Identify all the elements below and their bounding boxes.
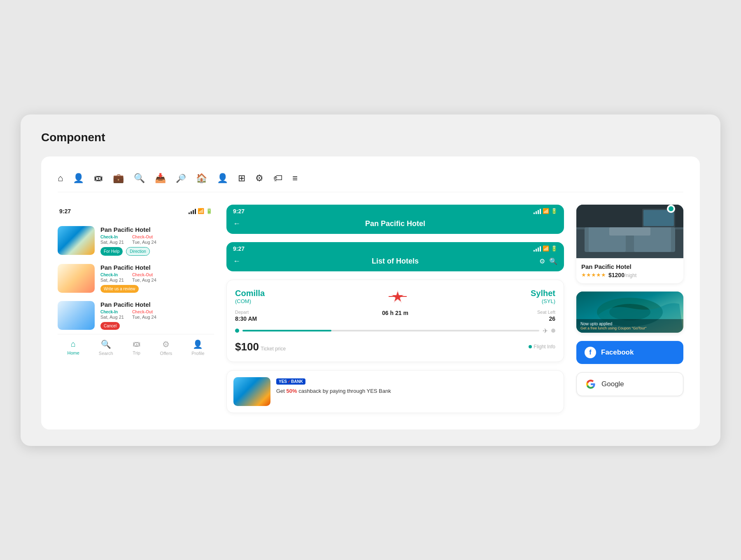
hotel-info-1: Pan Pacific Hotel Check-In Sat, Aug 21 C… (100, 226, 214, 256)
hotel-info-3: Pan Pacific Hotel Check-In Sat, Aug 21 C… (100, 301, 214, 330)
person-filled-icon[interactable]: 👤 (217, 173, 228, 184)
profile-nav-label: Profile (191, 351, 204, 356)
svg-point-14 (669, 206, 673, 211)
search-header-icon[interactable]: 🔍 (549, 257, 557, 265)
search-icon[interactable]: 🔍 (134, 173, 145, 184)
search-nav-icon: 🔍 (101, 339, 111, 349)
hotel-card-2: Pan Pacific Hotel Check-In Sat, Aug 21 C… (58, 264, 214, 293)
checkout-label-3: Check-Out (132, 310, 156, 314)
header1-back-button[interactable]: ← (233, 219, 240, 228)
status-time: 9:27 (59, 208, 71, 215)
checkout-date-2: Tue, Aug 24 (132, 278, 156, 282)
hotel-name-2: Pan Pacific Hotel (100, 264, 214, 271)
hotel-image-room (58, 301, 95, 330)
header1-signal-icon (534, 208, 541, 214)
home-nav-icon: ⌂ (71, 339, 76, 349)
briefcase-icon[interactable]: 💼 (113, 173, 124, 184)
from-city-code: (COM) (235, 298, 265, 304)
flight-info-label: Flight Info (534, 344, 555, 350)
duration-info: 06 h 21 m (343, 310, 447, 322)
hotel-actions-1: For Help Direction (100, 247, 214, 256)
house-filled-icon[interactable]: 🏠 (196, 173, 207, 184)
checkout-date-3: Tue, Aug 24 (132, 315, 156, 320)
promo-card: YES✓BANK Get 50% cashback by paying thro… (226, 370, 564, 413)
hotel-preview-info: Pan Pacific Hotel ★★★★★ $1200/night (576, 258, 683, 283)
left-column: 9:27 📶 🔋 (58, 205, 214, 359)
nav-item-profile[interactable]: 👤 Profile (191, 339, 204, 356)
main-content: 9:27 📶 🔋 (58, 205, 683, 413)
settings-circle-icon[interactable]: ⚙ (255, 173, 263, 184)
menu-icon[interactable]: ≡ (292, 173, 298, 184)
hotel-name-3: Pan Pacific Hotel (100, 301, 214, 308)
hotel-dates-3: Check-In Sat, Aug 21 Check-Out Tue, Aug … (100, 310, 214, 320)
header2-actions: ⚙ 🔍 (539, 257, 557, 265)
hotel-price: $1200/night (608, 272, 636, 278)
aerial-card: Now upto applied Get a free lunch using … (576, 292, 683, 333)
checkin-label-2: Check-In (100, 273, 124, 277)
header1-title-row: ← Pan Pacific Hotel (226, 215, 564, 234)
header1-time: 9:27 (233, 208, 245, 215)
flight-route: Comilla (COM) (235, 288, 555, 305)
nav-item-search[interactable]: 🔍 Search (99, 339, 113, 356)
grid-icon[interactable]: ⊞ (238, 173, 245, 184)
hotel-room-illustration (576, 205, 683, 258)
header2-signal-icon (534, 246, 541, 252)
ticket-price-label: Ticket price (261, 346, 286, 352)
nav-item-offers[interactable]: ⚙ Offers (160, 339, 172, 356)
hotel-image-dining (58, 264, 95, 293)
promo-text-before: Get (276, 388, 287, 394)
google-button[interactable]: Google (576, 372, 683, 396)
checkin-date-3: Sat, Aug 21 (100, 315, 124, 320)
offers-nav-label: Offers (160, 351, 172, 356)
signal-bars-icon (189, 208, 196, 214)
for-help-button[interactable]: For Help (100, 247, 123, 256)
seats-count: 26 (451, 315, 555, 322)
cancel-button[interactable]: Cancel (100, 322, 120, 330)
home-icon[interactable]: ⌂ (58, 173, 63, 184)
checkout-label-2: Check-Out (132, 273, 156, 277)
header1-battery-icon: 🔋 (551, 208, 557, 214)
checkin-3: Check-In Sat, Aug 21 (100, 310, 124, 320)
nav-item-home[interactable]: ⌂ Home (67, 339, 79, 355)
inbox-icon[interactable]: 📥 (155, 173, 166, 184)
wifi-icon: 📶 (198, 208, 204, 214)
header2-status-bar: 9:27 📶 🔋 (226, 242, 564, 253)
progress-start-dot (235, 329, 239, 333)
from-city: Comilla (COM) (235, 289, 265, 304)
plane-icon: ✈ (543, 327, 548, 335)
write-review-button[interactable]: Write us a review (100, 285, 139, 293)
airline-logo (385, 288, 410, 305)
ticket-icon[interactable]: 🎟 (94, 173, 103, 184)
header2-back-button[interactable]: ← (233, 257, 240, 266)
promo-text-after: cashback by paying through YES Bank (297, 388, 391, 394)
checkout-3: Check-Out Tue, Aug 24 (132, 310, 156, 320)
promo-text: Get 50% cashback by paying through YES B… (276, 387, 391, 395)
airline-star-logo (385, 288, 410, 305)
yes-text: YES (279, 379, 287, 384)
discount-icon[interactable]: 🏷 (273, 173, 282, 184)
header2-time: 9:27 (233, 245, 245, 252)
nav-item-trip[interactable]: 🎟 Trip (133, 339, 141, 355)
pan-pacific-header: 9:27 📶 🔋 ← (226, 205, 564, 234)
user-icon[interactable]: 👤 (73, 173, 84, 184)
facebook-icon: f (585, 347, 596, 358)
hotel-rating: ★★★★★ $1200/night (581, 272, 678, 278)
promo-image (233, 377, 270, 406)
header2-title-row: ← List of Hotels ⚙ 🔍 (226, 253, 564, 271)
hotel-card-1: Pan Pacific Hotel Check-In Sat, Aug 21 C… (58, 226, 214, 256)
header1-title: Pan Pacific Hotel (365, 219, 425, 228)
checkout-date-1: Tue, Aug 24 (132, 240, 156, 245)
bank-check-icon: ✓ (287, 379, 291, 384)
direction-button[interactable]: Direction (126, 247, 149, 256)
location-search-icon[interactable]: 🔎 (176, 173, 186, 183)
header2-wifi-icon: 📶 (543, 245, 549, 252)
checkin-date-2: Sat, Aug 21 (100, 278, 124, 282)
checkout-2: Check-Out Tue, Aug 24 (132, 273, 156, 282)
icon-toolbar: ⌂ 👤 🎟 💼 🔍 📥 🔎 🏠 👤 ⊞ ⚙ 🏷 ≡ (58, 173, 683, 192)
flight-info-button[interactable]: Flight Info (529, 344, 555, 350)
depart-label: Depart (235, 310, 339, 315)
facebook-button[interactable]: f Facebook (576, 341, 683, 364)
header1-status-icons: 📶 🔋 (534, 208, 557, 214)
star-rating: ★★★★★ (581, 272, 606, 278)
filter-icon[interactable]: ⚙ (539, 257, 545, 265)
